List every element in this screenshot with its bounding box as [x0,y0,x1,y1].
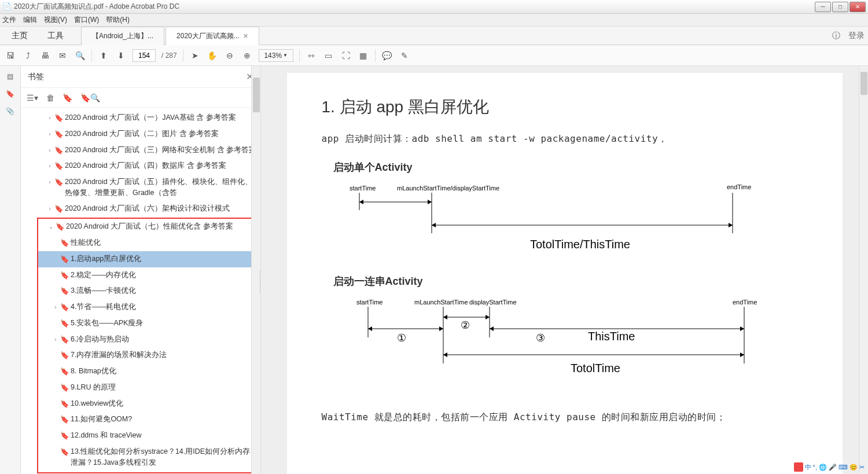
svg-marker-11 [729,223,733,227]
svg-marker-26 [486,315,490,319]
diagram1: startTime mLaunchStartTime/displayStartT… [322,180,762,255]
login-button[interactable]: 登录 [848,31,865,41]
print-icon[interactable]: 🖶 [39,50,51,61]
bookmarks-scrollbar[interactable] [251,66,260,474]
tray-icon[interactable]: 🎤 [829,464,837,471]
diagram1-title: 启动单个Activity [333,160,808,174]
svg-marker-28 [490,326,494,331]
svg-text:①: ① [397,332,406,344]
bookmark-item[interactable]: ›🔖2020 Android 大厂面试（六）架构设计和设计模式 [21,201,260,217]
bookmark-item[interactable]: 🔖13.性能优化如何分析systrace？14.用IDE如何分析内存泄漏？15.… [38,444,255,471]
svg-text:endTime: endTime [727,183,751,190]
maximize-button[interactable]: □ [832,2,848,12]
bm-options-icon[interactable]: ☰▾ [27,93,38,102]
attachments-icon[interactable]: 📎 [5,105,16,117]
tab-android-shanghai[interactable]: 【Android_上海】... [81,27,164,45]
bookmark-item[interactable]: ›🔖2020 Android 大厂面试（五）插件化、模块化、组件化、热修复、增量… [21,174,260,201]
pointer-icon[interactable]: ➤ [189,50,201,61]
svg-marker-29 [740,326,744,331]
save-icon[interactable]: 🖫 [5,50,16,61]
bm-new-icon[interactable]: 🔖 [62,93,72,102]
bm-delete-icon[interactable]: 🗑 [46,93,54,102]
bookmark-item[interactable]: ›🔖2020 Android 大厂面试（一）JAVA基础 含 参考答案 [21,110,260,126]
tray-icon[interactable]: ⌨ [838,464,848,471]
svg-text:displayStartTime: displayStartTime [469,299,517,306]
bookmark-item[interactable]: 🔖2.稳定——内存优化 [38,267,255,284]
diagram2: startTime mLaunchStartTime displayStartT… [322,294,762,392]
tray-icon[interactable]: °, [813,464,817,471]
tray-icon[interactable]: ✂ [859,464,865,471]
hand-icon[interactable]: ✋ [207,50,218,61]
comment-icon[interactable]: 💬 [381,50,393,61]
wait-text: WaitTime 就是总的耗时，包括前一个应用 Activity pause 的… [322,411,808,424]
page-input[interactable] [133,49,156,62]
bookmark-item[interactable]: 🔖1.启动app黑白屏优化 [38,251,255,267]
bookmark-item[interactable]: 🔖性能优化 [38,235,255,251]
bookmark-item[interactable]: 🔖7.内存泄漏的场景和解决办法 [38,347,255,363]
tab-close-icon[interactable]: ✕ [243,32,248,40]
search-icon[interactable]: 🔍 [74,50,86,61]
tray-icon[interactable]: 🌐 [819,464,827,471]
menu-view[interactable]: 视图(V) [44,15,67,25]
svg-text:TotolTime: TotolTime [571,362,620,374]
mail-icon[interactable]: ✉ [57,50,68,61]
svg-text:ThisTime: ThisTime [588,330,635,343]
svg-marker-8 [428,200,432,204]
ime-lang[interactable]: 中 [805,463,811,472]
bookmark-item[interactable]: 🔖9.LRU 的原理 [38,380,255,396]
content-scrollbar[interactable] [859,66,868,474]
share-icon[interactable]: ⤴ [22,50,34,61]
svg-text:mLaunchStartTime: mLaunchStartTime [414,299,468,306]
svg-marker-36 [740,352,744,357]
bookmarks-icon[interactable]: 🔖 [5,88,16,100]
view-mode-icon[interactable]: ▦ [358,50,369,61]
menu-file[interactable]: 文件 [2,15,16,25]
bm-search-icon[interactable]: 🔖🔍 [80,93,100,102]
fullscreen-icon[interactable]: ⛶ [340,50,352,61]
page-total: / 287 [161,52,177,60]
menu-window[interactable]: 窗口(W) [74,15,99,25]
minimize-button[interactable]: ─ [815,2,831,12]
bookmark-item[interactable]: 🔖10.webview优化 [38,396,255,412]
bookmark-item[interactable]: 🔖5.安装包——APK瘦身 [38,315,255,332]
tools-button[interactable]: 工具 [39,27,72,45]
svg-marker-22 [368,326,372,331]
diagram2-title: 启动一连串Activity [333,274,808,288]
prev-page-icon[interactable]: ⬆ [98,50,109,61]
tab-2020-interview[interactable]: 2020大厂面试高频...✕ [165,27,259,45]
bookmark-item[interactable]: ›🔖2020 Android 大厂面试（二）图片 含 参考答案 [21,126,260,142]
menu-help[interactable]: 帮助(H) [106,15,130,25]
page-heading: 1. 启动 app 黑白屏优化 [322,96,808,118]
svg-text:startTime: startTime [350,185,376,192]
svg-text:startTime: startTime [356,299,382,306]
bookmark-item[interactable]: 🔖3.流畅——卡顿优化 [38,283,255,299]
fit-page-icon[interactable]: ▭ [323,50,334,61]
bookmark-item[interactable]: 🔖8. Bitmap优化 [38,363,255,380]
bookmark-item[interactable]: ⌄🔖2020 Android 大厂面试（七）性能优化含 参考答案 [38,219,255,235]
tray-icon[interactable]: 😊 [849,464,858,471]
zoom-select[interactable]: 143%▼ [259,49,293,62]
zoom-in-icon[interactable]: ⊕ [241,50,253,61]
bookmark-item[interactable]: ›🔖6.冷启动与热启动 [38,332,255,348]
close-button[interactable]: ✕ [849,2,866,12]
svg-text:mLaunchStartTime/displayStartT: mLaunchStartTime/displayStartTime [397,185,499,192]
svg-text:②: ② [461,319,470,331]
thumbnails-icon[interactable]: ▤ [5,71,16,82]
bookmark-item[interactable]: ›🔖2020 Android 大厂面试（四）数据库 含 参考答案 [21,158,260,174]
doc-line1: app 启动时间计算：adb shell am start -w package… [322,133,808,145]
menu-edit[interactable]: 编辑 [23,15,37,25]
svg-marker-7 [359,200,363,204]
window-title: 2020大厂面试高频知识点.pdf - Adobe Acrobat Pro DC [14,2,815,12]
bookmark-item[interactable]: 🔖11.如何避免OOM? [38,411,255,428]
ime-icon[interactable] [794,462,803,472]
bookmark-item[interactable]: 🔖12.ddms 和 traceView [38,428,255,444]
bookmark-item[interactable]: ›🔖2020 Android 大厂面试（三）网络和安全机制 含 参考答案 [21,142,260,159]
next-page-icon[interactable]: ⬇ [115,50,127,61]
help-icon[interactable]: ⓘ [832,31,840,41]
zoom-out-icon[interactable]: ⊖ [224,50,236,61]
home-button[interactable]: 主页 [3,27,36,45]
fit-width-icon[interactable]: ⇿ [306,50,317,61]
bookmark-item[interactable]: ›🔖4.节省——耗电优化 [38,299,255,315]
highlight-icon[interactable]: ✎ [399,50,410,61]
svg-marker-25 [443,315,447,319]
